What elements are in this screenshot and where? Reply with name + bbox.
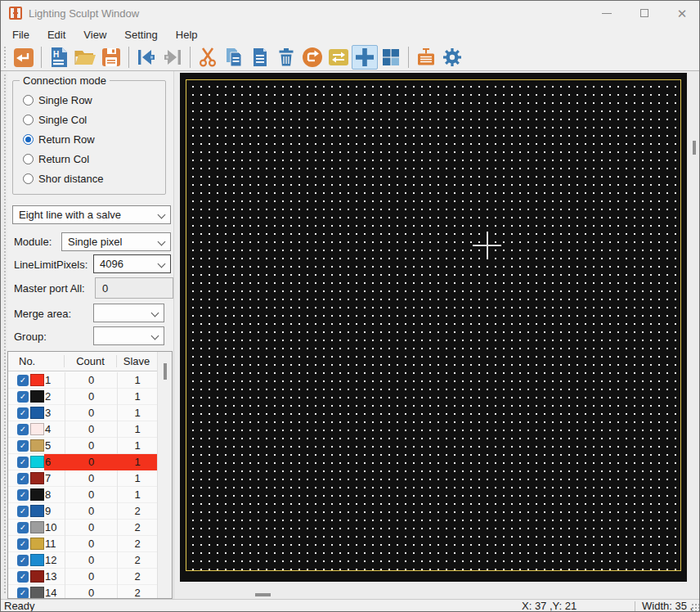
table-row[interactable]: ✓ 9 0 2 (8, 503, 157, 520)
table-scrollbar[interactable] (157, 352, 172, 598)
table-row[interactable]: ✓ 6 0 1 (8, 454, 157, 470)
led-canvas[interactable] (180, 73, 687, 582)
row-number: 9 (44, 503, 65, 520)
return-icon (13, 47, 34, 68)
row-checkbox[interactable]: ✓ (17, 571, 29, 583)
paste-button[interactable] (247, 45, 273, 70)
wiring-mode-value: Eight line with a salve (19, 209, 121, 221)
table-row[interactable]: ✓ 10 0 2 (8, 520, 157, 536)
resize-grip[interactable] (691, 603, 699, 611)
menu-edit[interactable]: Edit (41, 27, 72, 43)
table-row[interactable]: ✓ 13 0 2 (8, 569, 157, 585)
radio-button-icon[interactable] (23, 115, 34, 125)
row-checkbox[interactable]: ✓ (17, 489, 29, 501)
status-coordinates: X: 37 ,Y: 21 (522, 600, 577, 612)
row-checkbox[interactable]: ✓ (17, 391, 29, 403)
row-slave: 1 (117, 389, 157, 405)
radio-button-icon[interactable] (23, 154, 34, 164)
grid-blocks-icon (381, 47, 401, 67)
return-button[interactable] (11, 45, 37, 70)
row-checkbox[interactable]: ✓ (17, 538, 29, 550)
panel-grip (2, 74, 7, 594)
radio-shor-distance[interactable]: Shor distance (23, 171, 104, 186)
row-checkbox[interactable]: ✓ (17, 407, 29, 419)
minimize-button[interactable] (588, 1, 626, 25)
row-checkbox[interactable]: ✓ (17, 375, 29, 386)
group-select[interactable] (93, 326, 164, 345)
canvas-vscrollbar-thumb[interactable] (693, 141, 696, 155)
radio-single-col[interactable]: Single Col (23, 112, 87, 127)
radio-button-icon[interactable] (23, 134, 34, 145)
table-row[interactable]: ✓ 4 0 1 (8, 421, 157, 438)
row-checkbox[interactable]: ✓ (17, 457, 29, 468)
module-select[interactable]: Single pixel (61, 232, 171, 251)
row-checkbox[interactable]: ✓ (17, 473, 29, 484)
radio-button-icon[interactable] (23, 173, 34, 184)
delete-button[interactable] (273, 45, 299, 70)
table-row[interactable]: ✓ 12 0 2 (8, 552, 157, 569)
menu-setting[interactable]: Setting (118, 27, 164, 43)
radio-label: Return Col (38, 153, 89, 165)
line-limit-select[interactable]: 4096 (93, 254, 171, 273)
output-device-button[interactable] (413, 45, 439, 70)
save-button[interactable] (98, 45, 124, 70)
merge-area-select[interactable] (93, 304, 164, 322)
go-first-icon (136, 47, 157, 67)
new-file-button[interactable]: H (46, 45, 72, 70)
redo-loop-button[interactable] (299, 45, 325, 70)
row-number: 5 (44, 438, 65, 454)
crosshair-tool-button[interactable] (352, 45, 378, 70)
table-row[interactable]: ✓ 5 0 1 (8, 438, 157, 454)
copy-button[interactable] (221, 45, 247, 70)
master-port-field[interactable]: 0 (95, 277, 173, 299)
grid-blocks-button[interactable] (378, 45, 404, 70)
table-row[interactable]: ✓ 3 0 1 (8, 405, 157, 421)
go-first-button[interactable] (133, 45, 159, 70)
table-row[interactable]: ✓ 14 0 2 (8, 585, 157, 599)
go-last-button[interactable] (159, 45, 186, 70)
settings-button[interactable] (439, 45, 465, 70)
status-bar: Ready X: 37 ,Y: 21 Width: 35 , (1, 599, 700, 612)
menu-file[interactable]: File (6, 27, 36, 43)
radio-label: Single Col (38, 114, 87, 126)
wiring-mode-select[interactable]: Eight line with a salve (12, 205, 171, 224)
table-row[interactable]: ✓ 1 0 1 (8, 372, 157, 389)
column-header-slave[interactable]: Slave (116, 355, 156, 367)
row-color-swatch (30, 456, 44, 468)
redo-loop-icon (302, 47, 323, 68)
row-number: 12 (44, 552, 65, 569)
close-button[interactable]: ✕ (663, 1, 700, 25)
radio-single-row[interactable]: Single Row (23, 92, 92, 107)
canvas-vscrollbar[interactable] (687, 71, 700, 599)
table-row[interactable]: ✓ 8 0 1 (8, 487, 157, 503)
canvas-hscrollbar[interactable] (174, 583, 688, 599)
radio-label: Single Row (38, 94, 92, 106)
app-logo-icon (9, 7, 22, 20)
master-port-value: 0 (102, 282, 108, 295)
radio-button-icon[interactable] (23, 95, 34, 106)
column-header-count[interactable]: Count (64, 355, 116, 367)
row-number: 11 (44, 536, 65, 552)
table-row[interactable]: ✓ 11 0 2 (8, 536, 157, 552)
table-scrollbar-thumb[interactable] (164, 363, 167, 380)
menu-help[interactable]: Help (169, 27, 204, 43)
maximize-button[interactable] (626, 1, 663, 25)
swap-button[interactable] (325, 45, 352, 70)
row-checkbox[interactable]: ✓ (17, 424, 29, 435)
row-checkbox[interactable]: ✓ (17, 440, 29, 452)
menu-view[interactable]: View (77, 27, 113, 43)
radio-return-row[interactable]: Return Row (23, 132, 95, 146)
row-checkbox[interactable]: ✓ (17, 587, 29, 599)
row-checkbox[interactable]: ✓ (17, 506, 29, 517)
column-header-no[interactable]: No. (8, 355, 64, 367)
radio-return-col[interactable]: Return Col (23, 151, 89, 166)
cut-button[interactable] (195, 45, 221, 70)
row-checkbox[interactable]: ✓ (17, 522, 29, 533)
table-row[interactable]: ✓ 7 0 1 (8, 470, 157, 487)
table-row[interactable]: ✓ 2 0 1 (8, 389, 157, 405)
canvas-hscrollbar-thumb[interactable] (255, 593, 271, 596)
row-slave: 1 (117, 454, 157, 470)
crosshair-icon (355, 47, 375, 67)
open-folder-button[interactable] (72, 45, 98, 70)
row-checkbox[interactable]: ✓ (17, 555, 29, 566)
